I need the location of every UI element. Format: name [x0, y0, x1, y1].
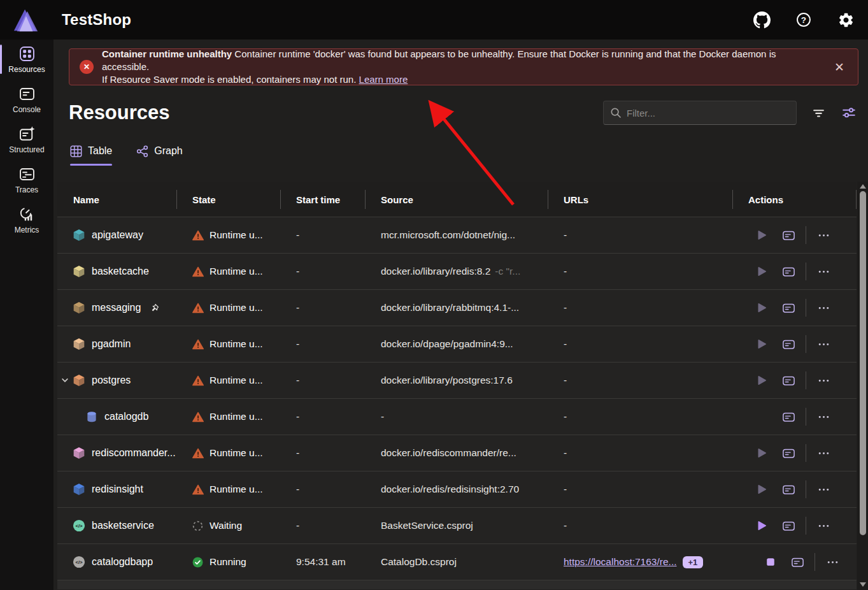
source-value: docker.io/library/postgres:17.6: [381, 375, 513, 386]
start-resource-button[interactable]: [753, 480, 771, 498]
more-actions-button[interactable]: [815, 371, 832, 389]
github-icon[interactable]: [752, 10, 771, 29]
settings-gear-icon[interactable]: [836, 10, 855, 29]
table-row[interactable]: </> redisinsight Runtime u... - docker.i…: [57, 471, 857, 507]
actions-divider: [806, 371, 806, 389]
table-row[interactable]: </> catalogdb Runtime u... - - -: [57, 398, 857, 435]
table-row[interactable]: </> pgadmin Runtime u... - docker.io/dpa…: [57, 326, 857, 362]
start-resource-button[interactable]: [753, 335, 771, 353]
view-console-logs-button[interactable]: [779, 408, 797, 426]
resource-name[interactable]: postgres: [92, 375, 131, 386]
warning-triangle-icon: [192, 302, 204, 313]
start-resource-button[interactable]: [753, 371, 771, 389]
help-icon[interactable]: ?: [794, 10, 813, 29]
view-console-logs-button[interactable]: [779, 517, 797, 535]
column-header-name[interactable]: Name: [57, 182, 176, 217]
table-row[interactable]: </> catalogdbapp Running 9:54:31 am Cata…: [57, 543, 857, 580]
more-actions-button[interactable]: [815, 480, 832, 498]
table-row[interactable]: </> rediscommander... Runtime u... - doc…: [57, 435, 857, 471]
resource-name[interactable]: basketservice: [92, 520, 154, 531]
start-resource-button[interactable]: [753, 263, 771, 280]
start-time-cell: -: [280, 363, 365, 398]
filter-funnel-icon[interactable]: [809, 104, 827, 122]
column-header-actions[interactable]: Actions: [732, 182, 857, 217]
more-actions-button[interactable]: [815, 517, 832, 535]
view-console-logs-button[interactable]: [779, 335, 797, 353]
more-actions-button[interactable]: [815, 299, 832, 317]
start-resource-button[interactable]: [753, 226, 771, 244]
view-console-logs-button[interactable]: [779, 480, 797, 498]
banner-close-icon[interactable]: ✕: [830, 57, 849, 76]
column-header-start-time[interactable]: Start time: [280, 182, 365, 217]
resource-name[interactable]: redisinsight: [92, 484, 143, 495]
table-header-row: Name State Start time Source URLs Action…: [57, 182, 857, 217]
column-header-state[interactable]: State: [176, 182, 280, 217]
tab-table[interactable]: Table: [70, 143, 112, 166]
more-actions-button[interactable]: [815, 263, 832, 280]
svg-text:</>: </>: [75, 559, 83, 565]
more-actions-button[interactable]: [823, 553, 841, 571]
actions-divider: [806, 335, 806, 353]
table-row[interactable]: </> basketcache Runtime u... - docker.io…: [57, 253, 857, 289]
project-code-icon: </>: [73, 556, 85, 568]
sidebar-item-structured[interactable]: Structured: [0, 120, 53, 159]
more-actions-button[interactable]: [815, 335, 832, 353]
warning-triangle-icon: [192, 375, 204, 386]
table-row[interactable]: </> basketservice Waiting - BasketServic…: [57, 507, 857, 543]
view-console-logs-button[interactable]: [779, 263, 797, 280]
column-header-urls[interactable]: URLs: [548, 182, 732, 217]
source-args: -c "r...: [495, 266, 520, 277]
warning-triangle-icon: [192, 266, 204, 277]
table-row[interactable]: </> postgres Runtime u... - docker.io/li…: [57, 362, 857, 398]
view-console-logs-button[interactable]: [779, 226, 797, 244]
resource-name[interactable]: rediscommander...: [92, 447, 176, 459]
more-actions-button[interactable]: [815, 226, 832, 244]
table-row[interactable]: </> messaging Runtime u... - docker.io/l…: [57, 289, 857, 326]
vertical-scrollbar[interactable]: [857, 182, 868, 590]
resource-name[interactable]: catalogdb: [104, 411, 148, 422]
more-actions-button[interactable]: [815, 408, 832, 426]
sidebar-item-console[interactable]: Console: [0, 80, 53, 119]
resource-name[interactable]: basketcache: [92, 266, 149, 277]
column-header-source[interactable]: Source: [365, 182, 548, 217]
urls-value: -: [564, 302, 567, 313]
view-console-logs-button[interactable]: [779, 299, 797, 317]
more-actions-button[interactable]: [815, 444, 832, 462]
resource-name[interactable]: messaging: [92, 302, 141, 313]
resource-name-cell: </> catalogdbapp: [57, 544, 176, 580]
resource-url-link[interactable]: https://localhost:7163/re...: [564, 556, 677, 568]
resource-filter-sliders-icon[interactable]: [840, 104, 858, 122]
view-console-logs-button[interactable]: [779, 444, 797, 462]
table-row[interactable]: </> apigateway Runtime u... - mcr.micros…: [57, 217, 857, 253]
container-box-icon: [73, 447, 85, 459]
actions-divider: [806, 299, 806, 317]
scrollbar-up-arrow-icon[interactable]: [860, 184, 866, 189]
resource-name[interactable]: pgadmin: [92, 338, 131, 350]
resource-name[interactable]: apigateway: [92, 229, 143, 241]
learn-more-link[interactable]: Learn more: [359, 74, 408, 85]
scrollbar-thumb[interactable]: [860, 191, 866, 535]
view-console-logs-button[interactable]: [788, 553, 806, 571]
structured-logs-icon: [18, 126, 36, 143]
sidebar-item-metrics[interactable]: Metrics: [0, 200, 53, 240]
start-resource-button[interactable]: [753, 517, 771, 535]
start-resource-button[interactable]: [753, 299, 771, 317]
start-resource-button[interactable]: [753, 444, 771, 462]
expand-chevron-icon[interactable]: [61, 376, 70, 385]
stop-resource-button[interactable]: [762, 553, 779, 571]
state-label: Runtime u...: [210, 266, 263, 277]
state-label: Runtime u...: [210, 338, 263, 350]
traces-icon: [18, 166, 36, 183]
tab-graph[interactable]: Graph: [136, 143, 182, 166]
sidebar-item-traces[interactable]: Traces: [0, 160, 53, 199]
filter-input[interactable]: [627, 108, 790, 119]
view-console-logs-button[interactable]: [779, 371, 797, 389]
sidebar-item-resources[interactable]: Resources: [0, 40, 53, 79]
more-urls-badge[interactable]: +1: [683, 556, 704, 568]
resource-name[interactable]: catalogdbapp: [92, 556, 153, 568]
error-circle-icon: ✕: [80, 60, 94, 74]
urls-cell: -: [548, 254, 732, 289]
tab-label: Graph: [154, 145, 182, 157]
scrollbar-down-arrow-icon[interactable]: [860, 582, 866, 587]
actions-cell: [732, 326, 857, 362]
